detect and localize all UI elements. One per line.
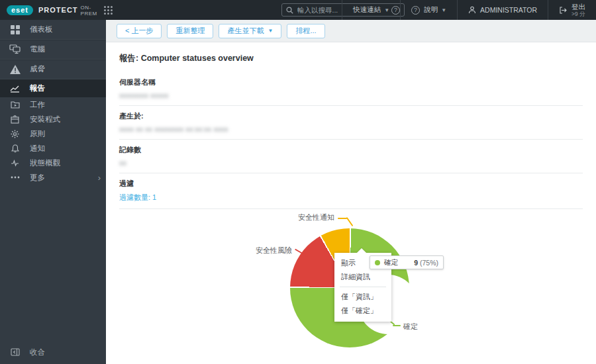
generate-download-button[interactable]: 產生並下載 ▼ <box>219 24 281 38</box>
leader-line <box>393 325 401 326</box>
menu-item-only-ok[interactable]: 僅「確定」 <box>334 304 391 318</box>
sidebar-item-label: 威脅 <box>30 64 45 74</box>
sidebar-item-installers[interactable]: 安裝程式 <box>0 112 106 126</box>
logout-icon <box>559 6 568 15</box>
sidebar-item-label: 工作 <box>30 100 45 110</box>
chart-tooltip: 確定 9 (75%) <box>370 255 444 269</box>
product-edition: ON-PREM <box>81 5 97 17</box>
slice-label-security-risks: 安全性風險 <box>256 246 292 255</box>
report-title: 報告: Computer statuses overview <box>119 53 583 72</box>
sidebar-item-label: 電腦 <box>30 44 45 54</box>
back-button[interactable]: < 上一步 <box>117 24 162 38</box>
installers-icon <box>0 115 30 124</box>
tooltip-value: 9 <box>414 259 418 267</box>
gear-icon <box>0 130 30 138</box>
toolbar: < 上一步 重新整理 產生並下載 ▼ 排程... <box>106 20 596 42</box>
refresh-button[interactable]: 重新整理 <box>167 24 213 38</box>
schedule-button[interactable]: 排程... <box>287 24 324 38</box>
sidebar-item-detections[interactable]: 威脅 <box>0 60 106 79</box>
sidebar-item-notifications[interactable]: 通知 <box>0 141 106 156</box>
status-overview-icon <box>0 159 30 167</box>
chevron-down-icon: ▼ <box>268 28 273 34</box>
help-icon: ? <box>411 6 420 15</box>
menu-divider <box>340 287 386 287</box>
bell-icon <box>0 144 30 153</box>
field-label: 伺服器名稱 <box>119 77 583 87</box>
sidebar-item-reports[interactable]: 報告 <box>0 79 106 97</box>
field-value-redacted: xxxxxxxx xxxxx <box>119 91 583 99</box>
field-value-redacted: xxxx xx xx xxxxxxxx xx:xx:xx xxxx <box>119 125 583 133</box>
filter-count-link[interactable]: 過濾數量: 1 <box>119 193 583 203</box>
field-filter: 過濾 過濾數量: 1 <box>119 173 583 209</box>
tasks-icon <box>0 101 30 109</box>
sidebar-item-label: 更多 <box>30 173 45 183</box>
chevron-down-icon: ▼ <box>441 7 446 13</box>
field-value-redacted: xx <box>119 159 583 167</box>
collapse-sidebar-button[interactable]: 收合 <box>0 344 106 360</box>
legend-dot-ok <box>375 260 380 265</box>
top-bar-right: 快速連結 ▼ ? 說明 ▼ ADMINISTRATOR 登出 >9 分 <box>342 0 596 20</box>
dashboard-icon <box>0 24 30 35</box>
sidebar-item-label: 原則 <box>30 129 45 139</box>
ellipsis-icon <box>0 176 30 179</box>
sidebar-item-label: 安裝程式 <box>30 114 60 124</box>
brand: eset PROTECT ON-PREM <box>0 4 106 17</box>
slice-label-security-notifications: 安全性通知 <box>298 212 334 222</box>
sidebar-item-status-overview[interactable]: 狀態概觀 <box>0 156 106 170</box>
search-icon <box>286 7 293 14</box>
help-menu[interactable]: ? 說明 ▼ <box>401 0 457 20</box>
chevron-right-icon: › <box>98 173 101 183</box>
collapse-label: 收合 <box>30 347 45 357</box>
report-detail: 報告: Computer statuses overview 伺服器名稱 xxx… <box>106 42 596 209</box>
sidebar-item-label: 狀態概觀 <box>30 158 60 168</box>
tooltip-percent: (75%) <box>420 259 438 267</box>
field-server-name: 伺服器名稱 xxxxxxxx xxxxx <box>119 72 583 106</box>
field-record-count: 記錄數 xx <box>119 140 583 173</box>
session-timer: >9 分 <box>571 11 585 17</box>
sidebar-item-tasks[interactable]: 工作 <box>0 97 106 112</box>
user-icon <box>468 6 476 14</box>
tooltip-series-name: 確定 <box>384 258 414 267</box>
sidebar-item-label: 通知 <box>30 144 45 154</box>
sidebar-item-label: 儀表板 <box>30 24 53 34</box>
logout-label: 登出 <box>571 3 585 10</box>
user-menu[interactable]: ADMINISTRATOR <box>458 0 548 20</box>
help-label: 說明 <box>424 5 438 15</box>
field-label: 產生於: <box>119 111 583 121</box>
logout-button[interactable]: 登出 >9 分 <box>548 0 596 20</box>
eset-protect-console: eset PROTECT ON-PREM ? 快速連結 ▼ ? 說明 ▼ <box>0 0 596 364</box>
field-generated-on: 產生於: xxxx xx xx xxxxxxxx xx:xx:xx xxxx <box>119 106 583 140</box>
sidebar: 儀表板 電腦 威脅 報告 工作 安裝程式 原則 通知 <box>0 20 106 364</box>
field-label: 記錄數 <box>119 145 583 155</box>
apps-grid-icon[interactable] <box>104 6 113 15</box>
quick-links-label: 快速連結 <box>353 5 381 15</box>
eset-logo: eset <box>7 5 33 15</box>
generate-download-label: 產生並下載 <box>227 26 264 36</box>
top-bar: eset PROTECT ON-PREM ? 快速連結 ▼ ? 說明 ▼ <box>0 0 596 20</box>
menu-item-only-information[interactable]: 僅「資訊」 <box>334 290 391 304</box>
chevron-down-icon: ▼ <box>384 7 389 13</box>
product-name: PROTECT <box>38 6 78 14</box>
sidebar-item-dashboard[interactable]: 儀表板 <box>0 20 106 40</box>
sidebar-item-policies[interactable]: 原則 <box>0 126 106 141</box>
menu-item-details[interactable]: 詳細資訊 <box>334 270 391 284</box>
warning-triangle-icon <box>0 64 30 75</box>
field-label: 過濾 <box>119 179 583 189</box>
reports-icon <box>0 85 30 93</box>
quick-links-menu[interactable]: 快速連結 ▼ <box>342 0 400 20</box>
leader-line <box>346 217 354 226</box>
sidebar-item-computers[interactable]: 電腦 <box>0 40 106 60</box>
computers-icon <box>0 44 30 54</box>
sidebar-item-more[interactable]: 更多 › <box>0 170 106 185</box>
slice-label-ok: 確定 <box>403 322 418 332</box>
sidebar-item-label: 報告 <box>30 83 45 93</box>
collapse-icon <box>0 348 30 356</box>
user-name: ADMINISTRATOR <box>480 6 537 14</box>
